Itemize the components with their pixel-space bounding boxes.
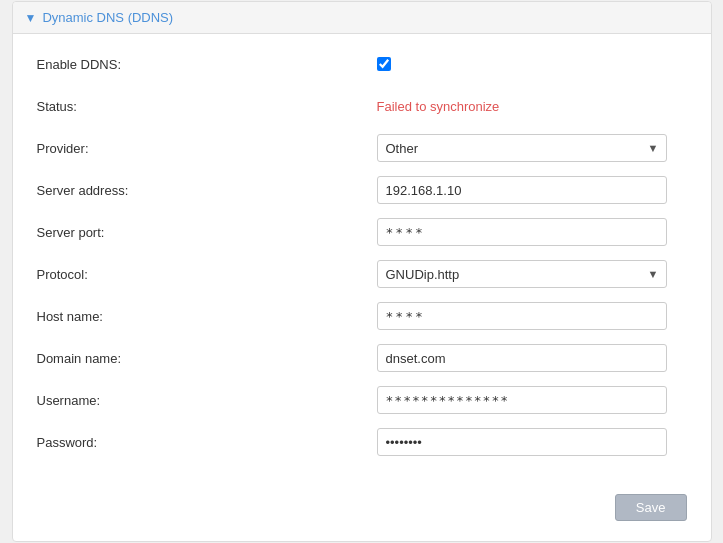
- form-footer: Save: [13, 486, 711, 521]
- provider-value: Other DynDNS No-IP Custom ▼: [377, 134, 687, 162]
- domain-name-input[interactable]: [377, 344, 667, 372]
- save-button[interactable]: Save: [615, 494, 687, 521]
- protocol-value: GNUDip.http GNUDip.https HTTP HTTPS ▼: [377, 260, 687, 288]
- host-name-row: Host name:: [37, 302, 687, 330]
- status-text: Failed to synchronize: [377, 99, 500, 114]
- domain-name-label: Domain name:: [37, 351, 377, 366]
- password-label: Password:: [37, 435, 377, 450]
- server-address-label: Server address:: [37, 183, 377, 198]
- provider-select[interactable]: Other DynDNS No-IP Custom: [377, 134, 667, 162]
- enable-ddns-row: Enable DDNS:: [37, 50, 687, 78]
- username-input[interactable]: [377, 386, 667, 414]
- username-row: Username:: [37, 386, 687, 414]
- form-body: Enable DDNS: Status: Failed to synchroni…: [13, 34, 711, 486]
- server-address-input[interactable]: [377, 176, 667, 204]
- password-value: [377, 428, 687, 456]
- status-label: Status:: [37, 99, 377, 114]
- server-address-row: Server address:: [37, 176, 687, 204]
- server-port-value: [377, 218, 687, 246]
- protocol-select[interactable]: GNUDip.http GNUDip.https HTTP HTTPS: [377, 260, 667, 288]
- provider-label: Provider:: [37, 141, 377, 156]
- ddns-panel: ▼ Dynamic DNS (DDNS) Enable DDNS: Status…: [12, 1, 712, 542]
- protocol-row: Protocol: GNUDip.http GNUDip.https HTTP …: [37, 260, 687, 288]
- host-name-input[interactable]: [377, 302, 667, 330]
- server-port-input[interactable]: [377, 218, 667, 246]
- enable-ddns-label: Enable DDNS:: [37, 57, 377, 72]
- domain-name-value: [377, 344, 687, 372]
- host-name-label: Host name:: [37, 309, 377, 324]
- provider-row: Provider: Other DynDNS No-IP Custom ▼: [37, 134, 687, 162]
- enable-ddns-checkbox[interactable]: [377, 57, 391, 71]
- server-address-value: [377, 176, 687, 204]
- provider-select-wrapper: Other DynDNS No-IP Custom ▼: [377, 134, 667, 162]
- server-port-row: Server port:: [37, 218, 687, 246]
- status-row: Status: Failed to synchronize: [37, 92, 687, 120]
- password-input[interactable]: [377, 428, 667, 456]
- enable-ddns-value: [377, 57, 687, 71]
- panel-header: ▼ Dynamic DNS (DDNS): [13, 2, 711, 34]
- panel-title: Dynamic DNS (DDNS): [42, 10, 173, 25]
- collapse-arrow-icon[interactable]: ▼: [25, 11, 37, 25]
- protocol-label: Protocol:: [37, 267, 377, 282]
- server-port-label: Server port:: [37, 225, 377, 240]
- host-name-value: [377, 302, 687, 330]
- username-label: Username:: [37, 393, 377, 408]
- password-row: Password:: [37, 428, 687, 456]
- username-value: [377, 386, 687, 414]
- domain-name-row: Domain name:: [37, 344, 687, 372]
- status-value: Failed to synchronize: [377, 99, 687, 114]
- protocol-select-wrapper: GNUDip.http GNUDip.https HTTP HTTPS ▼: [377, 260, 667, 288]
